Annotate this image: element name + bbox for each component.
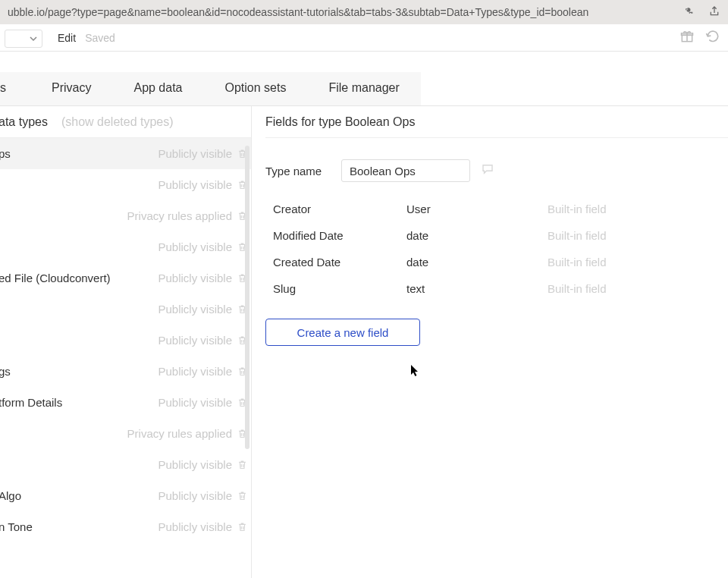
- field-name: Slug: [265, 282, 406, 295]
- type-row-label: Algo: [0, 489, 158, 502]
- field-type: User: [406, 203, 548, 215]
- tab-file-manager[interactable]: File manager: [307, 74, 420, 104]
- data-types-sidebar: ata types (show deleted types) psPublicl…: [0, 106, 252, 578]
- browser-address-bar: ubble.io/page?type=page&name=boolean&id=…: [0, 0, 728, 24]
- type-row-label: gs: [0, 365, 158, 378]
- visibility-label: Publicly visible: [158, 520, 232, 533]
- field-type: text: [406, 282, 548, 295]
- type-row[interactable]: n TonePublicly visible: [0, 511, 251, 542]
- saved-status: Saved: [85, 32, 115, 44]
- scrollbar[interactable]: [245, 146, 249, 449]
- field-row[interactable]: Created DatedateBuilt-in field: [265, 249, 728, 275]
- field-row[interactable]: CreatorUserBuilt-in field: [265, 196, 728, 222]
- field-row[interactable]: SlugtextBuilt-in field: [265, 275, 728, 302]
- type-row-label: ed File (Cloudconvert): [0, 272, 158, 284]
- type-row[interactable]: Publicly visible: [0, 294, 251, 325]
- visibility-label: Publicly visible: [158, 365, 232, 378]
- type-name-input[interactable]: [341, 159, 470, 182]
- share-icon[interactable]: [708, 5, 720, 20]
- field-builtin-label: Built-in field: [548, 256, 607, 269]
- field-builtin-label: Built-in field: [548, 229, 607, 242]
- type-row-label: ps: [0, 147, 158, 160]
- type-row[interactable]: psPublicly visible: [0, 138, 251, 169]
- type-row[interactable]: AlgoPublicly visible: [0, 480, 251, 511]
- browser-url[interactable]: ubble.io/page?type=page&name=boolean&id=…: [8, 6, 682, 18]
- fields-table: CreatorUserBuilt-in fieldModified Dateda…: [265, 196, 728, 302]
- gift-icon[interactable]: [679, 29, 695, 47]
- undo-icon[interactable]: [705, 29, 720, 47]
- visibility-label: Publicly visible: [158, 458, 232, 471]
- tab-app-data[interactable]: App data: [112, 74, 203, 104]
- tab-option-sets[interactable]: Option sets: [204, 74, 308, 104]
- page-dropdown[interactable]: [5, 30, 42, 48]
- sidebar-title: ata types: [0, 115, 48, 129]
- field-builtin-label: Built-in field: [548, 203, 607, 215]
- field-name: Modified Date: [265, 229, 406, 242]
- type-row[interactable]: Publicly visible: [0, 449, 251, 480]
- comment-icon[interactable]: [481, 162, 494, 179]
- type-row[interactable]: tform DetailsPublicly visible: [0, 387, 251, 418]
- visibility-label: Publicly visible: [158, 240, 232, 253]
- types-list[interactable]: psPublicly visiblePublicly visiblePrivac…: [0, 138, 251, 578]
- field-name: Created Date: [265, 256, 406, 269]
- key-icon[interactable]: [682, 5, 695, 20]
- type-name-label: Type name: [265, 165, 341, 177]
- field-row[interactable]: Modified DatedateBuilt-in field: [265, 222, 728, 249]
- visibility-label: Publicly visible: [158, 489, 232, 502]
- tab-types[interactable]: s: [0, 74, 30, 104]
- field-builtin-label: Built-in field: [548, 282, 607, 295]
- type-row[interactable]: ed File (Cloudconvert)Publicly visible: [0, 262, 251, 294]
- data-tabs: s Privacy App data Option sets File mana…: [0, 52, 728, 106]
- tab-privacy[interactable]: Privacy: [30, 74, 112, 104]
- edit-mode-label[interactable]: Edit: [58, 32, 76, 44]
- trash-icon[interactable]: [237, 521, 248, 532]
- trash-icon[interactable]: [237, 459, 248, 470]
- type-row[interactable]: Publicly visible: [0, 231, 251, 262]
- visibility-label: Publicly visible: [158, 303, 232, 316]
- visibility-label: Privacy rules applied: [127, 209, 232, 222]
- create-field-button[interactable]: Create a new field: [265, 319, 420, 346]
- visibility-label: Publicly visible: [158, 272, 232, 284]
- type-row[interactable]: Privacy rules applied: [0, 200, 251, 231]
- fields-panel: Fields for type Boolean Ops Type name Cr…: [252, 106, 728, 578]
- visibility-label: Publicly visible: [158, 334, 232, 347]
- field-name: Creator: [265, 203, 406, 215]
- mouse-cursor: [410, 364, 420, 381]
- type-row[interactable]: Publicly visible: [0, 325, 251, 356]
- visibility-label: Publicly visible: [158, 396, 232, 409]
- type-row-label: n Tone: [0, 520, 158, 533]
- field-type: date: [406, 229, 548, 242]
- type-row-label: tform Details: [0, 396, 158, 409]
- field-type: date: [406, 256, 548, 269]
- visibility-label: Publicly visible: [158, 178, 232, 191]
- trash-icon[interactable]: [237, 490, 248, 501]
- type-row[interactable]: Privacy rules applied: [0, 418, 251, 449]
- top-toolbar: Edit Saved: [0, 24, 728, 52]
- visibility-label: Publicly visible: [158, 147, 232, 160]
- type-row[interactable]: Publicly visible: [0, 169, 251, 200]
- show-deleted-toggle[interactable]: (show deleted types): [61, 115, 174, 129]
- type-row[interactable]: gsPublicly visible: [0, 356, 251, 387]
- fields-header: Fields for type Boolean Ops: [265, 106, 728, 138]
- visibility-label: Privacy rules applied: [127, 427, 232, 440]
